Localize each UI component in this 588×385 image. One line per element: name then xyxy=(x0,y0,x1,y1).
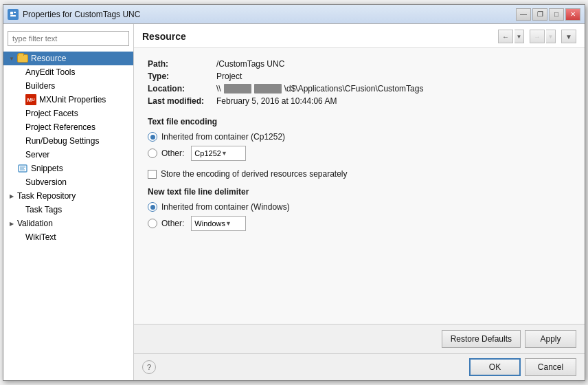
sidebar-item-builders[interactable]: Builders xyxy=(3,79,133,93)
sidebar-item-label: Project References xyxy=(25,122,95,132)
encoding-label-1: Inherited from container (Cp1252) xyxy=(161,132,285,142)
bottom-section: Restore Defaults Apply ? OK Cancel xyxy=(134,324,585,380)
location-label: Location: xyxy=(148,84,216,94)
help-button[interactable]: ? xyxy=(142,360,156,374)
delimiter-label-2: Other: xyxy=(161,219,184,228)
lastmod-label: Last modified: xyxy=(148,96,216,106)
sidebar: ▼ Resource AnyEdit Tools Builders MU xyxy=(3,24,134,380)
folder-icon xyxy=(17,53,28,64)
encoding-dropdown-value: Cp1252 xyxy=(194,149,221,157)
forward-dropdown[interactable]: ▼ xyxy=(546,30,556,43)
sidebar-item-label: AnyEdit Tools xyxy=(25,67,76,77)
redacted-block xyxy=(254,84,282,94)
encoding-store-label: Store the encoding of derived resources … xyxy=(161,169,348,179)
title-bar: Properties for CustomTags UNC — ❐ □ ✕ xyxy=(3,5,585,24)
sidebar-item-label: MXUnit Properties xyxy=(39,95,106,104)
sidebar-item-facets[interactable]: Project Facets xyxy=(3,107,133,120)
expander-validation[interactable]: ▶ xyxy=(8,219,16,228)
expander-taskrepo[interactable]: ▶ xyxy=(8,192,16,200)
expander-subversion xyxy=(16,178,24,186)
sidebar-item-resource[interactable]: ▼ Resource xyxy=(3,52,133,65)
resource-info: Path: /CustomTags UNC Type: Project Loca… xyxy=(148,59,571,106)
delimiter-radio-2[interactable] xyxy=(148,219,157,228)
delimiter-radio-row-1: Inherited from container (Windows) xyxy=(148,202,571,212)
location-row: Location: \\ \d$\Applications\CFusion\Cu… xyxy=(148,84,571,94)
content-area: ▼ Resource AnyEdit Tools Builders MU xyxy=(3,24,585,380)
sidebar-item-label: Project Facets xyxy=(25,109,78,118)
filter-input[interactable] xyxy=(8,31,129,46)
encoding-section-header: Text file encoding xyxy=(148,117,571,126)
back-button[interactable]: ← xyxy=(498,30,513,43)
back-dropdown[interactable]: ▼ xyxy=(514,30,524,43)
dropdown-arrow-icon: ▼ xyxy=(225,220,242,227)
sidebar-item-subversion[interactable]: Subversion xyxy=(3,175,133,189)
expander-snippets xyxy=(8,164,16,173)
sidebar-item-anyedit[interactable]: AnyEdit Tools xyxy=(3,65,133,79)
main-header: Resource ← ▼ → ▼ ▼ xyxy=(134,24,585,48)
encoding-store-row: Store the encoding of derived resources … xyxy=(148,169,571,179)
encoding-store-checkbox[interactable] xyxy=(148,170,157,179)
encoding-radio-group: Inherited from container (Cp1252) Other:… xyxy=(148,132,571,161)
sidebar-item-rundebug[interactable]: Run/Debug Settings xyxy=(3,134,133,148)
properties-dialog: Properties for CustomTags UNC — ❐ □ ✕ ▼ … xyxy=(3,4,585,381)
sidebar-item-mxunit[interactable]: MU MXUnit Properties xyxy=(3,93,133,107)
svg-rect-3 xyxy=(10,15,16,16)
expander-resource[interactable]: ▼ xyxy=(8,54,16,63)
expander-rundebug xyxy=(16,137,24,145)
type-value: Project xyxy=(216,72,571,81)
encoding-label-2: Other: xyxy=(161,148,184,158)
forward-button[interactable]: → xyxy=(530,30,545,43)
window-controls: — ❐ □ ✕ xyxy=(516,8,580,21)
sidebar-item-label: WikiText xyxy=(25,232,56,242)
maximize-button[interactable]: □ xyxy=(549,8,564,21)
restore-button[interactable]: ❐ xyxy=(532,8,547,21)
sidebar-item-label: Run/Debug Settings xyxy=(25,136,99,146)
ok-cancel-buttons: OK Cancel xyxy=(469,358,576,376)
close-button[interactable]: ✕ xyxy=(565,8,580,21)
snippet-icon xyxy=(17,163,28,174)
sidebar-item-wikitext[interactable]: WikiText xyxy=(3,230,133,244)
encoding-dropdown[interactable]: Cp1252 ▼ xyxy=(191,146,246,161)
lastmod-row: Last modified: February 5, 2016 at 10:44… xyxy=(148,96,571,106)
restore-defaults-button[interactable]: Restore Defaults xyxy=(442,330,521,348)
cancel-button[interactable]: Cancel xyxy=(525,358,576,376)
sidebar-item-label: Validation xyxy=(17,219,53,228)
ok-button[interactable]: OK xyxy=(469,358,521,376)
menu-button[interactable]: ▼ xyxy=(561,30,576,43)
window-icon xyxy=(8,9,19,20)
sidebar-item-taskrepo[interactable]: ▶ Task Repository xyxy=(3,189,133,203)
svg-rect-2 xyxy=(14,12,16,13)
sidebar-item-tasktags[interactable]: Task Tags xyxy=(3,203,133,217)
delimiter-dropdown[interactable]: Windows ▼ xyxy=(191,216,246,231)
sidebar-item-server[interactable]: Server xyxy=(3,148,133,162)
chevron-right-icon: ▶ xyxy=(10,193,14,199)
sidebar-item-snippets[interactable]: Snippets xyxy=(3,162,133,175)
restore-apply-row: Restore Defaults Apply xyxy=(134,324,585,354)
encoding-radio-1[interactable] xyxy=(148,132,157,142)
delimiter-radio-row-2: Other: Windows ▼ xyxy=(148,216,571,231)
location-value: \\ \d$\Applications\CFusion\CustomTags xyxy=(216,84,571,94)
expander-server xyxy=(16,151,24,159)
help-area: ? xyxy=(142,360,156,374)
main-panel: Resource ← ▼ → ▼ ▼ Path: /CustomTags UNC xyxy=(134,24,585,380)
apply-button[interactable]: Apply xyxy=(525,330,576,348)
expander-anyedit xyxy=(16,68,24,76)
sidebar-item-validation[interactable]: ▶ Validation xyxy=(3,217,133,230)
delimiter-radio-1[interactable] xyxy=(148,202,157,212)
delimiter-section-header: New text file line delimiter xyxy=(148,187,571,197)
encoding-radio-2[interactable] xyxy=(148,148,157,158)
sidebar-item-label: Task Repository xyxy=(17,191,76,201)
dropdown-arrow-icon: ▼ xyxy=(221,150,242,157)
chevron-right-icon: ▶ xyxy=(10,221,14,227)
sidebar-item-references[interactable]: Project References xyxy=(3,120,133,134)
lastmod-value: February 5, 2016 at 10:44:06 AM xyxy=(216,96,571,106)
encoding-radio-row-2: Other: Cp1252 ▼ xyxy=(148,146,571,161)
path-row: Path: /CustomTags UNC xyxy=(148,59,571,69)
sidebar-item-label: Task Tags xyxy=(25,205,62,214)
chevron-down-icon: ▼ xyxy=(9,56,14,62)
sidebar-item-label: Server xyxy=(25,150,49,160)
minimize-button[interactable]: — xyxy=(516,8,531,21)
window-title: Properties for CustomTags UNC xyxy=(23,10,516,19)
sidebar-item-label: Subversion xyxy=(25,177,67,187)
delimiter-dropdown-value: Windows xyxy=(194,219,225,228)
